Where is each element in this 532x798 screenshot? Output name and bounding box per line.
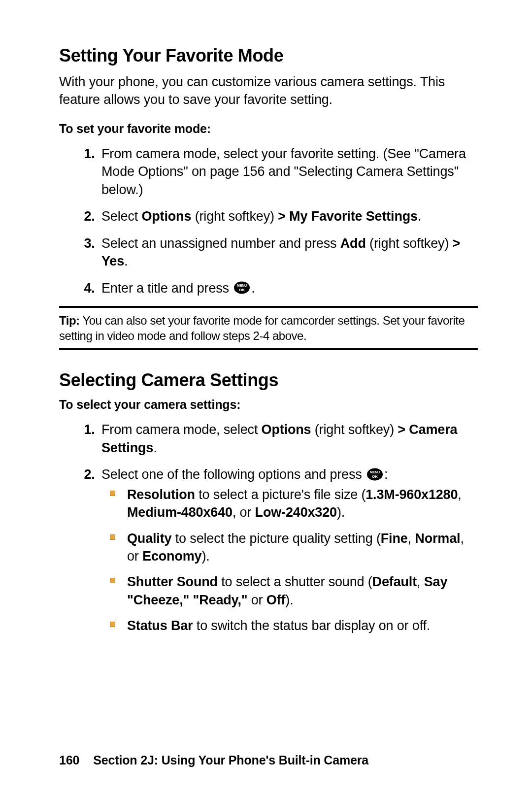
subheading-select-settings: To select your camera settings:: [59, 398, 478, 412]
page-footer: 160Section 2J: Using Your Phone's Built-…: [59, 753, 368, 767]
text: ,: [458, 487, 461, 502]
bold: Default: [372, 574, 417, 589]
step-2: Select one of the following options and …: [99, 466, 478, 635]
heading-favorite-mode: Setting Your Favorite Mode: [59, 45, 478, 66]
bullet-quality: Quality to select the picture quality se…: [124, 530, 478, 565]
text: .: [153, 440, 157, 455]
text: ).: [201, 549, 209, 564]
tip-label: Tip:: [59, 314, 80, 327]
text: ,: [408, 531, 415, 546]
subheading-set-favorite: To set your favorite mode:: [59, 122, 478, 136]
tip-text: You can also set your favorite mode for …: [59, 314, 465, 342]
text: or: [247, 593, 266, 607]
text: to switch the status bar display on or o…: [193, 618, 430, 633]
text: :: [384, 467, 388, 482]
bold: Economy: [142, 549, 201, 564]
bold: Normal: [415, 531, 460, 546]
svg-text:MENU: MENU: [237, 284, 247, 287]
bold: 1.3M-960x1280: [366, 487, 458, 502]
steps-favorite: From camera mode, select your favorite s…: [59, 145, 478, 297]
text: , or: [233, 505, 255, 520]
page-number: 160: [59, 753, 79, 767]
bold: Low-240x320: [255, 505, 337, 520]
svg-text:MENU: MENU: [370, 470, 380, 474]
bold: Off: [266, 593, 286, 607]
heading-selecting-camera-settings: Selecting Camera Settings: [59, 370, 478, 391]
menu-ok-icon: MENUOK: [233, 281, 250, 294]
text: Select an unassigned number and press: [101, 236, 340, 251]
svg-text:OK: OK: [372, 474, 378, 479]
options-list: Resolution to select a picture's file si…: [101, 486, 478, 635]
text: .: [124, 254, 128, 268]
step-1: From camera mode, select your favorite s…: [99, 145, 478, 199]
bullet-shutter-sound: Shutter Sound to select a shutter sound …: [124, 573, 478, 609]
text: (right softkey): [311, 422, 398, 437]
step-4: Enter a title and press MENUOK.: [99, 279, 478, 297]
step-3: Select an unassigned number and press Ad…: [99, 234, 478, 270]
bold: Status Bar: [127, 618, 193, 633]
text: From camera mode, select: [101, 422, 262, 437]
bold: Fine: [381, 531, 408, 546]
text: .: [251, 281, 255, 296]
text: (right softkey): [366, 236, 453, 251]
footer-text: Section 2J: Using Your Phone's Built-in …: [93, 753, 368, 767]
text: Enter a title and press: [101, 281, 233, 296]
bold: > My Favorite Settings: [278, 209, 418, 224]
bold: Options: [141, 209, 191, 224]
bullet-resolution: Resolution to select a picture's file si…: [124, 486, 478, 522]
text: Select: [101, 209, 141, 224]
text: ).: [337, 505, 345, 520]
bold: Shutter Sound: [127, 574, 218, 589]
text: Select one of the following options and …: [101, 467, 366, 482]
text: to select a picture's file size (: [195, 487, 366, 502]
bold: Options: [262, 422, 311, 437]
text: ).: [285, 593, 293, 607]
bold: Resolution: [127, 487, 195, 502]
text: (right softkey): [191, 209, 278, 224]
bold: Medium-480x640: [127, 505, 233, 520]
text: to select the picture quality setting (: [171, 531, 380, 546]
text: to select a shutter sound (: [218, 574, 372, 589]
step-1: From camera mode, select Options (right …: [99, 421, 478, 457]
svg-text:OK: OK: [239, 288, 245, 292]
text: ,: [417, 574, 424, 589]
intro-paragraph: With your phone, you can customize vario…: [59, 73, 478, 109]
steps-select: From camera mode, select Options (right …: [59, 421, 478, 634]
bullet-status-bar: Status Bar to switch the status bar disp…: [124, 617, 478, 634]
tip-box: Tip: You can also set your favorite mode…: [59, 306, 478, 350]
manual-page: Setting Your Favorite Mode With your pho…: [0, 0, 532, 798]
step-2: Select Options (right softkey) > My Favo…: [99, 207, 478, 225]
menu-ok-icon: MENUOK: [366, 468, 383, 481]
bold: Add: [340, 236, 366, 251]
bold: Quality: [127, 531, 171, 546]
text: .: [418, 209, 421, 224]
